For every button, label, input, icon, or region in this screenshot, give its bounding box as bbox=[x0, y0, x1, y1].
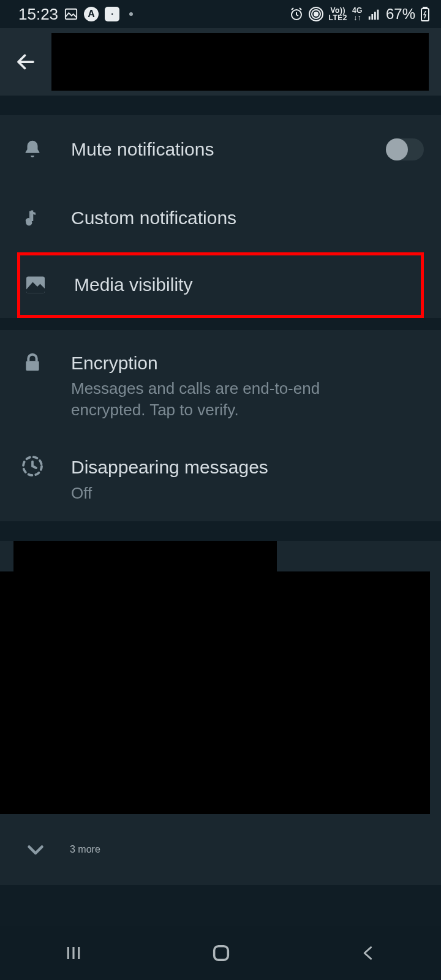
chevron-down-icon bbox=[24, 839, 47, 861]
svg-rect-7 bbox=[374, 12, 376, 20]
custom-notifications-row[interactable]: Custom notifications bbox=[0, 184, 441, 252]
volte-indicator: Vo))LTE2 bbox=[328, 7, 347, 21]
battery-charging-icon bbox=[420, 7, 430, 21]
bell-icon bbox=[22, 138, 43, 161]
svg-rect-10 bbox=[423, 7, 427, 9]
svg-rect-8 bbox=[377, 10, 379, 20]
back-nav-button[interactable] bbox=[360, 944, 377, 962]
alarm-icon bbox=[289, 7, 304, 21]
battery-percentage: 67% bbox=[386, 6, 415, 23]
signal-icon bbox=[368, 7, 381, 21]
security-settings-card: Encryption Messages and calls are end-to… bbox=[0, 330, 441, 521]
encryption-label: Encryption bbox=[71, 351, 418, 376]
svg-rect-16 bbox=[214, 946, 228, 960]
encryption-desc: Messages and calls are end-to-end encryp… bbox=[71, 378, 377, 421]
status-bar: 15:23 A · Vo))LTE2 4G↓↑ 67% bbox=[0, 0, 441, 28]
svg-rect-6 bbox=[371, 14, 373, 20]
mute-notifications-row[interactable]: Mute notifications bbox=[0, 115, 441, 184]
contact-header-redacted bbox=[51, 33, 429, 91]
data-indicator: 4G↓↑ bbox=[352, 7, 363, 21]
encryption-row[interactable]: Encryption Messages and calls are end-to… bbox=[0, 330, 441, 439]
android-nav-bar bbox=[0, 926, 441, 980]
app-icon-1: A bbox=[84, 7, 99, 21]
media-label: Media visibility bbox=[74, 273, 415, 298]
mute-toggle[interactable] bbox=[386, 138, 424, 160]
more-members-label: 3 more bbox=[70, 844, 100, 855]
hotspot-icon bbox=[309, 7, 323, 21]
picture-icon bbox=[64, 7, 78, 21]
media-visibility-row[interactable]: Media visibility bbox=[20, 270, 421, 300]
members-header-redacted bbox=[13, 541, 277, 571]
app-icon-2: · bbox=[105, 7, 119, 21]
svg-rect-5 bbox=[369, 17, 371, 20]
image-icon bbox=[24, 274, 47, 296]
app-bar bbox=[0, 28, 441, 96]
back-button[interactable] bbox=[12, 48, 39, 75]
home-button[interactable] bbox=[211, 943, 232, 963]
svg-point-2 bbox=[314, 12, 318, 16]
show-more-members-row[interactable]: 3 more bbox=[0, 814, 441, 885]
lock-icon bbox=[23, 351, 42, 374]
members-list-redacted bbox=[0, 571, 430, 814]
custom-label: Custom notifications bbox=[71, 206, 418, 231]
svg-rect-12 bbox=[31, 211, 34, 222]
timer-dashed-icon bbox=[21, 455, 43, 477]
music-note-icon bbox=[23, 206, 42, 230]
notification-settings-card: Mute notifications Custom notifications … bbox=[0, 115, 441, 318]
disappearing-row[interactable]: Disappearing messages Off bbox=[0, 438, 441, 521]
status-time: 15:23 bbox=[18, 5, 58, 24]
disappearing-value: Off bbox=[71, 483, 377, 504]
members-card: 3 more bbox=[0, 541, 441, 885]
disappearing-label: Disappearing messages bbox=[71, 455, 418, 480]
mute-label: Mute notifications bbox=[71, 137, 356, 162]
recents-button[interactable] bbox=[64, 944, 83, 962]
more-dot-icon bbox=[129, 12, 133, 16]
media-visibility-highlight: Media visibility bbox=[17, 252, 424, 318]
svg-rect-14 bbox=[26, 361, 39, 371]
